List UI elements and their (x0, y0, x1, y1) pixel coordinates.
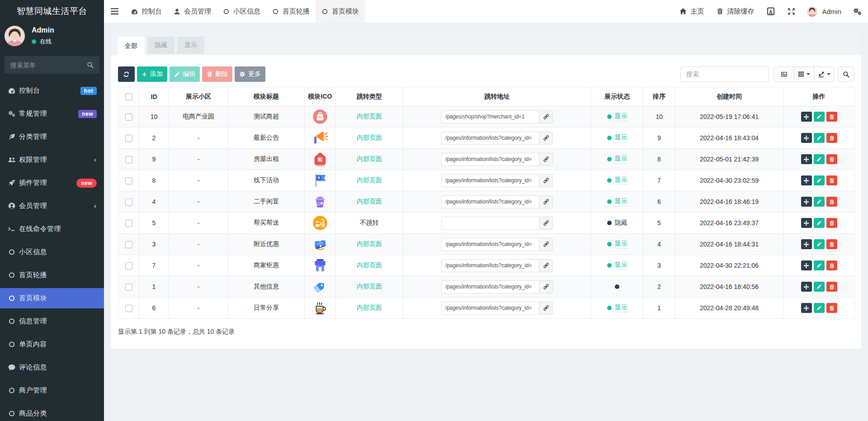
drag-sort-button[interactable] (801, 260, 812, 270)
link-select-button[interactable] (539, 195, 553, 208)
sidebar-item[interactable]: 插件管理 new (0, 173, 104, 193)
refresh-button[interactable] (118, 66, 135, 82)
sidebar-item[interactable]: 首页轮播 (0, 265, 104, 285)
row-checkbox[interactable] (125, 135, 132, 142)
row-delete-button[interactable] (826, 282, 837, 292)
row-edit-button[interactable] (814, 175, 825, 185)
table-search-input[interactable] (680, 66, 769, 82)
link-select-button[interactable] (539, 110, 553, 123)
drag-sort-button[interactable] (801, 154, 812, 164)
row-edit-button[interactable] (814, 112, 825, 122)
filter-tab[interactable]: 隐藏 (147, 37, 175, 54)
col-community[interactable]: 展示小区 (169, 87, 228, 106)
select-all-checkbox[interactable] (125, 93, 132, 100)
col-operate[interactable]: 操作 (783, 87, 855, 106)
jump-type-value[interactable]: 内部页面 (357, 240, 382, 247)
status-label[interactable]: 显示 (615, 155, 627, 164)
link-select-button[interactable] (539, 217, 553, 230)
fullscreen-button[interactable] (781, 0, 802, 23)
jump-url-input[interactable] (441, 259, 539, 272)
sidebar-item[interactable]: 商品分类 (0, 403, 104, 421)
sidebar-item[interactable]: 会员管理 ‹ (0, 196, 104, 216)
sidebar-item[interactable]: 信息管理 (0, 311, 104, 331)
jump-url-input[interactable] (441, 302, 539, 315)
row-checkbox[interactable] (125, 220, 132, 227)
language-switch-button[interactable] (760, 0, 781, 23)
delete-toolbar-button[interactable]: 删除 (202, 66, 232, 82)
sidebar-item[interactable]: 首页模块 (0, 288, 104, 308)
filter-tab[interactable]: 全部 (118, 37, 145, 55)
jump-url-input[interactable] (441, 110, 539, 123)
status-label[interactable]: 显示 (615, 176, 627, 185)
col-id[interactable]: ID (139, 87, 169, 106)
user-menu[interactable]: Admin (802, 0, 847, 23)
drag-sort-button[interactable] (801, 175, 812, 185)
row-delete-button[interactable] (826, 175, 837, 185)
link-select-button[interactable] (539, 238, 553, 251)
col-sort[interactable]: 排序 (643, 87, 675, 106)
row-delete-button[interactable] (826, 239, 837, 249)
col-ico[interactable]: 模块ICO (305, 87, 336, 106)
status-label[interactable]: 隐藏 (615, 219, 627, 227)
col-jump-type[interactable]: 跳转类型 (336, 87, 403, 106)
sidebar-item[interactable]: 控制台 hot (0, 80, 104, 101)
status-label[interactable]: 显示 (615, 240, 627, 249)
drag-sort-button[interactable] (801, 239, 812, 249)
sidebar-search-input[interactable] (10, 61, 87, 69)
topnav-tab[interactable]: 控制台 (125, 0, 168, 23)
jump-url-input[interactable] (441, 195, 539, 208)
row-delete-button[interactable] (826, 218, 837, 228)
jump-type-value[interactable]: 不跳转 (360, 219, 379, 226)
sidebar-item[interactable]: 商户管理 (0, 380, 104, 401)
jump-type-value[interactable]: 内部页面 (357, 283, 382, 290)
drag-sort-button[interactable] (801, 197, 812, 207)
sidebar-item[interactable]: 小区信息 (0, 242, 104, 262)
edit-toolbar-button[interactable]: 编辑 (170, 66, 200, 82)
jump-type-value[interactable]: 内部页面 (357, 198, 382, 205)
row-delete-button[interactable] (826, 303, 837, 313)
jump-type-value[interactable]: 内部页面 (357, 261, 382, 269)
row-checkbox[interactable] (125, 284, 132, 291)
drag-sort-button[interactable] (801, 303, 812, 313)
row-edit-button[interactable] (814, 303, 825, 313)
status-label[interactable]: 显示 (615, 197, 627, 206)
row-checkbox[interactable] (125, 305, 132, 312)
row-checkbox[interactable] (125, 114, 132, 121)
row-edit-button[interactable] (814, 154, 825, 164)
jump-type-value[interactable]: 内部页面 (357, 155, 382, 162)
drag-sort-button[interactable] (801, 282, 812, 292)
row-edit-button[interactable] (814, 197, 825, 207)
detail-view-button[interactable] (774, 67, 794, 81)
row-checkbox[interactable] (125, 241, 132, 248)
row-edit-button[interactable] (814, 133, 825, 143)
hamburger-menu-icon[interactable] (104, 0, 125, 23)
add-button[interactable]: 添加 (137, 66, 167, 82)
row-delete-button[interactable] (826, 197, 837, 207)
home-link[interactable]: 主页 (673, 0, 710, 23)
sidebar-item[interactable]: 权限管理 ‹ (0, 150, 104, 170)
clear-cache-link[interactable]: 清除缓存 (710, 0, 760, 23)
more-button[interactable]: 更多 (235, 66, 265, 82)
sidebar-item[interactable]: 常规管理 new (0, 104, 104, 124)
link-select-button[interactable] (539, 153, 553, 166)
link-select-button[interactable] (539, 259, 553, 272)
filter-tab[interactable]: 显示 (177, 37, 204, 54)
col-title[interactable]: 模块标题 (228, 87, 305, 106)
row-delete-button[interactable] (826, 112, 837, 122)
link-select-button[interactable] (539, 302, 553, 315)
jump-type-value[interactable]: 内部页面 (357, 304, 382, 311)
row-checkbox[interactable] (125, 199, 132, 206)
jump-url-input[interactable] (441, 174, 539, 187)
sidebar-item[interactable]: 在线命令管理 (0, 219, 104, 239)
jump-url-input[interactable] (441, 280, 539, 293)
topnav-tab[interactable]: 会员管理 (168, 0, 217, 23)
drag-sort-button[interactable] (801, 112, 812, 122)
drag-sort-button[interactable] (801, 218, 812, 228)
row-checkbox[interactable] (125, 262, 132, 270)
sidebar-item[interactable]: 分类管理 (0, 127, 104, 147)
columns-dropdown-button[interactable] (794, 67, 814, 81)
status-label[interactable]: 显示 (615, 261, 627, 270)
status-label[interactable]: 显示 (615, 133, 627, 142)
row-edit-button[interactable] (814, 282, 825, 292)
topnav-tab[interactable]: 首页轮播 (266, 0, 316, 23)
